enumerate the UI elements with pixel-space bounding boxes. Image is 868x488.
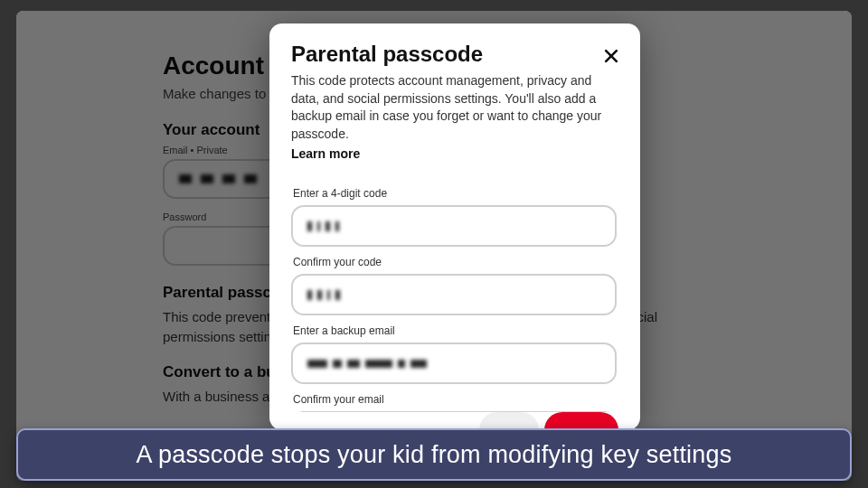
modal-footer — [269, 412, 640, 430]
close-icon — [602, 47, 620, 65]
redacted-text — [307, 360, 427, 368]
redacted-text — [307, 290, 340, 300]
modal-description: This code protects account management, p… — [291, 72, 618, 143]
cancel-button[interactable] — [479, 412, 539, 430]
confirm-code-input[interactable] — [291, 274, 617, 315]
backup-email-label: Enter a backup email — [293, 324, 629, 337]
learn-more-link[interactable]: Learn more — [291, 146, 360, 161]
redacted-text — [307, 221, 339, 231]
modal-header: Parental passcode This code protects acc… — [269, 23, 640, 162]
modal-body[interactable]: Enter a 4-digit code Confirm your code E… — [269, 167, 640, 412]
save-button[interactable] — [544, 412, 618, 430]
code-input[interactable] — [291, 205, 617, 247]
close-button[interactable] — [599, 43, 624, 69]
caption-text: A passcode stops your kid from modifying… — [137, 441, 732, 469]
code-label: Enter a 4-digit code — [293, 187, 629, 200]
parental-passcode-modal: Parental passcode This code protects acc… — [269, 23, 640, 430]
caption-bar: A passcode stops your kid from modifying… — [16, 428, 852, 481]
page-frame: Account management Make changes to your … — [16, 11, 852, 481]
confirm-code-label: Confirm your code — [293, 256, 629, 268]
modal-title: Parental passcode — [291, 42, 618, 67]
backup-email-input[interactable] — [291, 343, 617, 384]
confirm-email-label: Confirm your email — [293, 393, 629, 406]
